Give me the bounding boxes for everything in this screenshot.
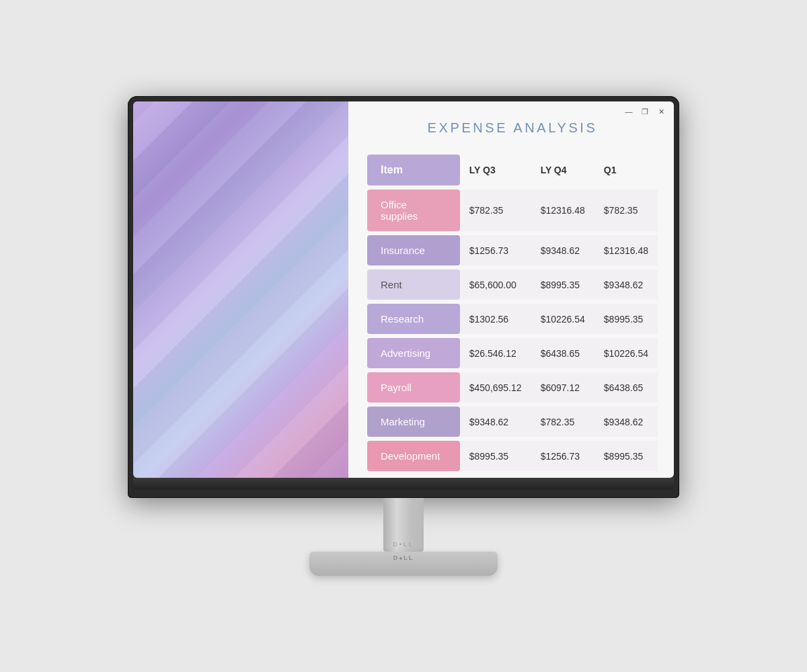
close-button[interactable]: ✕ xyxy=(655,106,667,118)
cell-value: $450,695.12 xyxy=(460,372,531,403)
titlebar: — ❐ ✕ xyxy=(616,101,674,122)
cell-value: $1302.56 xyxy=(460,304,531,334)
cell-value: $1256.73 xyxy=(460,235,531,265)
cell-value: $9348.62 xyxy=(594,407,658,437)
cell-item: Development xyxy=(367,441,460,471)
cell-item: Research xyxy=(367,304,460,334)
cell-value: $12316.48 xyxy=(531,190,594,231)
cell-value: $10226.54 xyxy=(531,304,594,334)
monitor-chin xyxy=(133,478,674,490)
table-row: Development$8995.35$1256.73$8995.35 xyxy=(367,441,658,471)
monitor: — ❐ ✕ EXPENSE ANALYSIS Item LY Q3 LY Q4 … xyxy=(128,96,679,576)
expense-table: Item LY Q3 LY Q4 Q1 Office supplies$782.… xyxy=(367,151,658,475)
table-row: Marketing$9348.62$782.35$9348.62 xyxy=(367,407,658,437)
cell-value: $782.35 xyxy=(531,407,594,437)
col-header-lyq3: LY Q3 xyxy=(460,155,531,185)
restore-button[interactable]: ❐ xyxy=(639,106,651,118)
cell-value: $12316.48 xyxy=(594,235,658,265)
decorative-panel xyxy=(133,101,348,478)
cell-value: $1256.73 xyxy=(531,441,594,471)
content-panel: EXPENSE ANALYSIS Item LY Q3 LY Q4 Q1 Off… xyxy=(348,101,674,478)
minimize-button[interactable]: — xyxy=(623,106,635,118)
cell-item: Office supplies xyxy=(367,190,460,231)
cell-value: $8995.35 xyxy=(531,269,594,300)
cell-value: $782.35 xyxy=(460,190,531,231)
table-row: Rent$65,600.00$8995.35$9348.62 xyxy=(367,269,658,300)
monitor-bezel: — ❐ ✕ EXPENSE ANALYSIS Item LY Q3 LY Q4 … xyxy=(128,96,679,498)
cell-value: $9348.62 xyxy=(594,269,658,300)
dell-logo: D•LL xyxy=(309,541,498,548)
col-header-q1: Q1 xyxy=(594,155,658,185)
cell-item: Payroll xyxy=(367,372,460,403)
cell-value: $10226.54 xyxy=(594,338,658,368)
cell-value: $6438.65 xyxy=(531,338,594,368)
cell-item: Advertising xyxy=(367,338,460,368)
table-header-row: Item LY Q3 LY Q4 Q1 xyxy=(367,155,658,185)
table-row: Payroll$450,695.12$6097.12$6438.65 xyxy=(367,372,658,403)
cell-value: $6438.65 xyxy=(594,372,658,403)
cell-value: $9348.62 xyxy=(460,407,531,437)
monitor-screen: — ❐ ✕ EXPENSE ANALYSIS Item LY Q3 LY Q4 … xyxy=(133,101,674,478)
cell-value: $8995.35 xyxy=(594,441,658,471)
cell-value: $8995.35 xyxy=(594,304,658,334)
cell-value: $782.35 xyxy=(594,190,658,231)
cell-item: Insurance xyxy=(367,235,460,265)
table-row: Advertising$26.546.12$6438.65$10226.54 xyxy=(367,338,658,368)
col-header-item: Item xyxy=(367,155,460,185)
cell-value: $26.546.12 xyxy=(460,338,531,368)
page-title: EXPENSE ANALYSIS xyxy=(367,120,658,136)
monitor-stand-base: D•LL xyxy=(309,552,498,576)
col-header-lyq4: LY Q4 xyxy=(531,155,594,185)
cell-value: $65,600.00 xyxy=(460,269,531,300)
table-row: Research$1302.56$10226.54$8995.35 xyxy=(367,304,658,334)
cell-value: $9348.62 xyxy=(531,235,594,265)
cell-item: Rent xyxy=(367,269,460,300)
table-row: Insurance$1256.73$9348.62$12316.48 xyxy=(367,235,658,265)
cell-item: Marketing xyxy=(367,407,460,437)
table-row: Office supplies$782.35$12316.48$782.35 xyxy=(367,190,658,231)
cell-value: $8995.35 xyxy=(460,441,531,471)
cell-value: $6097.12 xyxy=(531,372,594,403)
